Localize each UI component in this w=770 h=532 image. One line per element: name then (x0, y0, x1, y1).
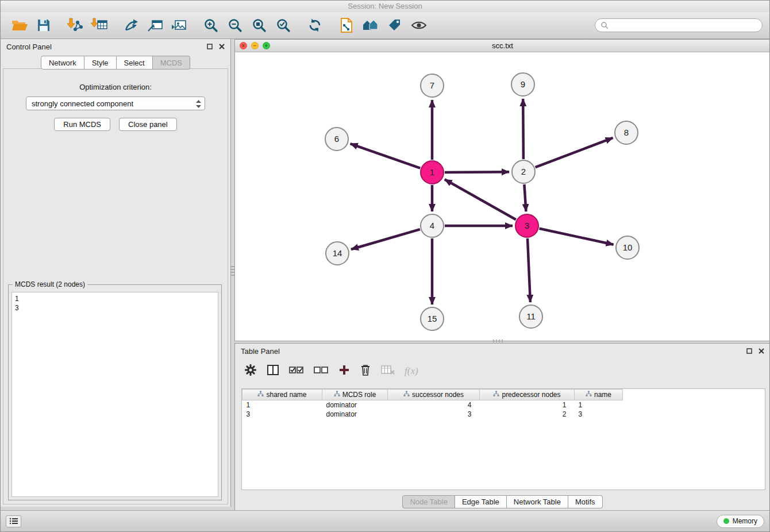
table-row[interactable]: 1dominator411 (242, 400, 623, 410)
copy-network-button[interactable] (334, 14, 359, 37)
cell-name[interactable]: 3 (575, 410, 623, 419)
float-panel-icon[interactable] (207, 43, 213, 51)
show-hide-button[interactable] (407, 14, 431, 37)
node-14[interactable]: 14 (326, 242, 349, 265)
tab-edge-table[interactable]: Edge Table (455, 495, 507, 508)
new-network-selection-button[interactable] (143, 14, 167, 37)
edge-2-9[interactable] (523, 99, 523, 159)
column-edit-icon (257, 391, 264, 397)
export-image-button[interactable] (167, 14, 191, 37)
edge-4-14[interactable] (351, 229, 420, 249)
edge-3-1[interactable] (445, 179, 516, 219)
close-table-panel-icon[interactable] (759, 347, 764, 356)
import-table-button[interactable] (87, 14, 111, 37)
cell-successor-nodes[interactable]: 4 (388, 400, 480, 410)
tab-network[interactable]: Network (41, 56, 84, 70)
search-box[interactable] (595, 18, 763, 32)
delete-column-button[interactable] (360, 364, 371, 379)
cell-successor-nodes[interactable]: 3 (388, 410, 480, 419)
zoom-in-button[interactable] (199, 14, 223, 37)
node-4[interactable]: 4 (421, 214, 444, 237)
table-settings-button[interactable] (244, 364, 257, 379)
vertical-splitter-handle[interactable] (231, 266, 234, 277)
tab-network-table[interactable]: Network Table (507, 495, 568, 508)
deselect-all-button[interactable] (314, 365, 329, 377)
tab-style[interactable]: Style (84, 56, 117, 70)
zoom-out-button[interactable] (223, 14, 247, 37)
column-edit-icon (493, 391, 499, 397)
table-panel-header: Table Panel (235, 344, 770, 358)
node-9[interactable]: 9 (511, 73, 534, 96)
horizontal-splitter-handle[interactable] (493, 340, 505, 342)
import-network-button[interactable] (63, 14, 87, 37)
refresh-layout-button[interactable] (303, 14, 327, 37)
node-6[interactable]: 6 (325, 128, 348, 151)
node-2[interactable]: 2 (512, 160, 535, 183)
task-history-button[interactable] (6, 515, 21, 527)
edge-2-8[interactable] (536, 138, 613, 167)
node-15[interactable]: 15 (421, 307, 444, 330)
column-header-name[interactable]: name (575, 390, 623, 400)
search-input[interactable] (611, 21, 757, 29)
mcds-result-line: 3 (15, 303, 215, 313)
network-window-titlebar[interactable]: × − + scc.txt (235, 40, 770, 52)
delete-table-button[interactable] (381, 365, 395, 377)
node-3[interactable]: 3 (515, 214, 538, 237)
open-session-button[interactable] (7, 14, 32, 37)
node-1[interactable]: 1 (421, 161, 444, 184)
show-columns-button[interactable] (267, 364, 279, 378)
mcds-result-lines[interactable]: 13 (11, 292, 218, 497)
column-header-mcds-role[interactable]: MCDS role (322, 390, 388, 400)
eye-icon (411, 20, 427, 31)
cell-shared-name[interactable]: 3 (242, 410, 322, 419)
zoom-selected-button[interactable] (271, 14, 295, 37)
cell-predecessor-nodes[interactable]: 2 (480, 410, 575, 419)
memory-button[interactable]: Memory (717, 515, 764, 528)
cell-shared-name[interactable]: 1 (242, 400, 322, 410)
floppy-disk-icon (36, 18, 51, 33)
column-header-predecessor-nodes[interactable]: predecessor nodes (480, 390, 575, 400)
maximize-window-button[interactable]: + (263, 42, 270, 49)
network-graph[interactable]: 7968124314101511 (235, 52, 770, 341)
node-label: 3 (525, 221, 529, 230)
table-panel-tabs: Node TableEdge TableNetwork TableMotifs (235, 495, 770, 508)
clone-network-button[interactable] (119, 14, 143, 37)
annotation-button[interactable] (383, 14, 407, 37)
node-11[interactable]: 11 (519, 305, 542, 328)
zoom-fit-button[interactable] (247, 14, 271, 37)
edge-1-2[interactable] (445, 172, 509, 172)
save-session-button[interactable] (32, 14, 56, 37)
function-builder-button[interactable]: f(x) (405, 365, 418, 377)
edge-1-6[interactable] (351, 144, 421, 168)
houses-icon (362, 18, 379, 33)
node-8[interactable]: 8 (615, 121, 638, 144)
node-7[interactable]: 7 (421, 74, 444, 97)
minimize-window-button[interactable]: − (251, 42, 259, 49)
run-mcds-button[interactable]: Run MCDS (54, 118, 110, 131)
window-titlebar[interactable]: Session: New Session (1, 1, 769, 12)
column-header-shared-name[interactable]: shared name (242, 390, 322, 400)
window-title: Session: New Session (348, 2, 422, 10)
close-panel-button[interactable]: Close panel (119, 118, 177, 131)
node-10[interactable]: 10 (616, 236, 639, 259)
cell-predecessor-nodes[interactable]: 1 (480, 400, 575, 410)
column-header-successor-nodes[interactable]: successor nodes (388, 390, 480, 400)
tab-select[interactable]: Select (117, 56, 153, 70)
tab-mcds[interactable]: MCDS (153, 56, 190, 70)
select-all-button[interactable] (289, 365, 304, 377)
edge-3-11[interactable] (528, 238, 530, 302)
first-neighbors-button[interactable] (359, 14, 383, 37)
edge-3-10[interactable] (540, 229, 614, 245)
close-panel-icon[interactable] (219, 43, 225, 51)
add-column-button[interactable] (338, 364, 350, 378)
table-row[interactable]: 3dominator323 (242, 410, 623, 419)
cell-name[interactable]: 1 (575, 400, 623, 410)
cell-mcds-role[interactable]: dominator (322, 410, 388, 419)
cell-mcds-role[interactable]: dominator (322, 400, 388, 410)
tab-motifs[interactable]: Motifs (568, 495, 603, 508)
edge-2-3[interactable] (524, 184, 526, 211)
tab-node-table[interactable]: Node Table (402, 495, 455, 508)
float-table-panel-icon[interactable] (746, 347, 752, 356)
optimization-select[interactable]: strongly connected component (26, 97, 205, 110)
close-window-button[interactable]: × (240, 42, 247, 49)
